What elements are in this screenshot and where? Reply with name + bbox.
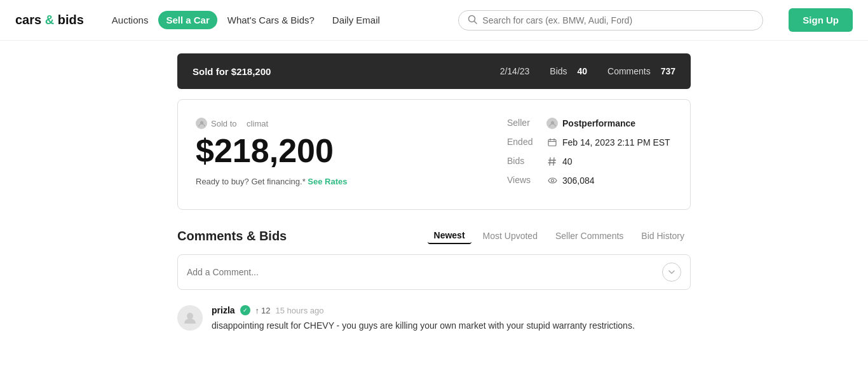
sold-price: Sold for $218,200 — [193, 66, 271, 77]
tab-seller-comments[interactable]: Seller Comments — [549, 228, 630, 243]
nav-item-daily[interactable]: Daily Email — [325, 11, 388, 29]
svg-point-13 — [187, 313, 193, 319]
banner-date: 2/14/23 — [500, 66, 530, 76]
comments-header: Comments & Bids Newest Most Upvoted Sell… — [177, 228, 691, 244]
search-input[interactable] — [482, 15, 754, 25]
views-value: 306,084 — [546, 175, 595, 186]
header: cars & bids Auctions Sell a Car What's C… — [0, 0, 868, 41]
buyer-avatar-small — [196, 118, 207, 129]
comment-item: prizla ✓ ↑ 12 15 hours ago disappointing… — [177, 305, 691, 332]
financing-text: Ready to buy? Get financing.* See Rates — [196, 177, 482, 186]
avatar — [177, 305, 203, 331]
bids-value: 40 — [546, 156, 573, 167]
see-rates-link[interactable]: See Rates — [308, 177, 347, 186]
bids-row: Bids 40 — [507, 156, 672, 167]
ended-value: Feb 14, 2023 2:11 PM EST — [546, 137, 670, 148]
svg-line-9 — [553, 158, 554, 165]
bids-label: Bids — [507, 156, 540, 166]
calendar-icon — [546, 137, 558, 148]
detail-card: Sold to climat $218,200 Ready to buy? Ge… — [177, 99, 691, 210]
tab-newest[interactable]: Newest — [428, 228, 471, 244]
comments-section: Comments & Bids Newest Most Upvoted Sell… — [177, 228, 691, 332]
search-icon — [468, 15, 477, 26]
svg-rect-4 — [548, 140, 556, 146]
seller-name-link[interactable]: Postperformance — [562, 118, 635, 128]
signup-button[interactable]: Sign Up — [789, 8, 853, 32]
verified-badge: ✓ — [240, 305, 250, 315]
svg-line-8 — [550, 158, 550, 165]
ended-row: Ended Feb 14, 2023 2:11 PM EST — [507, 137, 672, 148]
search-box — [458, 10, 763, 31]
sold-banner: Sold for $218,200 2/14/23 Bids 40 Commen… — [177, 53, 691, 89]
comment-time: 15 hours ago — [276, 306, 324, 315]
banner-bids: Bids 40 — [550, 66, 587, 76]
nav-item-auctions[interactable]: Auctions — [104, 11, 156, 29]
upvote-arrow: ↑ — [255, 306, 260, 315]
svg-line-1 — [475, 21, 477, 24]
views-row: Views 306,084 — [507, 175, 672, 186]
tab-bid-history[interactable]: Bid History — [635, 228, 691, 243]
seller-row: Seller Postperformance — [507, 118, 672, 129]
upvote-count: ↑ 12 — [255, 306, 271, 315]
sold-to-label: Sold to climat — [196, 118, 482, 129]
detail-right: Seller Postperformance Ended Feb 14, 202… — [507, 118, 672, 194]
logo-brand: bids — [58, 13, 84, 27]
tab-most-upvoted[interactable]: Most Upvoted — [477, 228, 544, 243]
main-nav: Auctions Sell a Car What's Cars & Bids? … — [104, 11, 388, 29]
seller-label: Seller — [507, 118, 540, 128]
banner-meta: 2/14/23 Bids 40 Comments 737 — [500, 66, 675, 76]
hash-icon — [546, 156, 558, 167]
logo-text: cars — [15, 13, 41, 27]
main-content: Sold for $218,200 2/14/23 Bids 40 Commen… — [167, 41, 701, 358]
sale-price: $218,200 — [196, 133, 482, 169]
nav-item-whats[interactable]: What's Cars & Bids? — [220, 11, 322, 29]
search-wrap — [458, 10, 763, 31]
comment-input[interactable] — [187, 267, 656, 277]
commenter-name: prizla — [212, 305, 235, 315]
comment-text: disappointing result for CHEVY - you guy… — [212, 319, 691, 332]
comment-submit-button[interactable] — [662, 263, 681, 282]
comment-input-wrap — [177, 254, 691, 290]
svg-point-12 — [551, 179, 553, 182]
ended-label: Ended — [507, 137, 540, 147]
views-label: Views — [507, 175, 540, 185]
buyer-name: climat — [247, 119, 268, 128]
comment-body: prizla ✓ ↑ 12 15 hours ago disappointing… — [212, 305, 691, 332]
logo-ampersand: & — [41, 13, 58, 27]
comments-title: Comments & Bids — [177, 229, 287, 243]
seller-avatar-small — [546, 118, 558, 129]
nav-item-sell[interactable]: Sell a Car — [158, 11, 217, 29]
seller-value: Postperformance — [546, 118, 635, 129]
detail-left: Sold to climat $218,200 Ready to buy? Ge… — [196, 118, 482, 194]
banner-comments: Comments 737 — [607, 66, 675, 76]
logo: cars & bids — [15, 13, 84, 27]
comment-meta: prizla ✓ ↑ 12 15 hours ago — [212, 305, 691, 315]
eye-icon — [546, 175, 558, 186]
